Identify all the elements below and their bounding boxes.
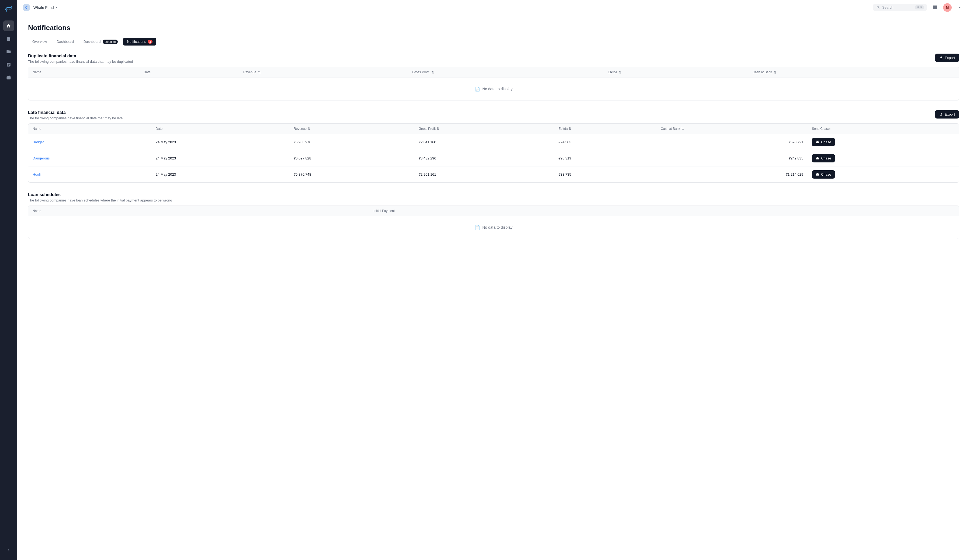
late-section: Late financial data The following compan… (28, 110, 959, 183)
user-avatar[interactable]: M (943, 3, 952, 12)
loan-no-data-cell: 📄 No data to display (28, 216, 959, 238)
th-name-dup: Name (28, 67, 139, 78)
loan-section-info: Loan schedules The following companies h… (28, 192, 172, 202)
cash-late-sort: ⇅ (681, 127, 684, 131)
chase-button-2[interactable]: Chase (812, 170, 835, 178)
cell-cash-1: €242,835 (657, 150, 808, 166)
duplicate-section-info: Duplicate financial data The following c… (28, 53, 133, 63)
cell-ebitda-2: €33,735 (554, 166, 657, 182)
late-table-row: Badger 24 May 2023 €5,900,976 €2,841,160… (28, 134, 959, 150)
company-link-1[interactable]: Dangerous (33, 156, 50, 160)
cell-date-1: 24 May 2023 (152, 150, 289, 166)
duplicate-section-title: Duplicate financial data (28, 53, 133, 58)
cell-chase-2: Chase (808, 166, 959, 182)
duplicate-section: Duplicate financial data The following c… (28, 53, 959, 100)
late-section-info: Late financial data The following compan… (28, 110, 123, 120)
duplicate-table-container: Name Date Revenue ⇅ Gross Profit (28, 67, 959, 100)
search-shortcut: ⌘ K (915, 5, 924, 10)
tab-dashboard-detailed[interactable]: Dashboard Detailed (79, 37, 122, 46)
th-date-late: Date (152, 123, 289, 134)
late-table-container: Name Date Revenue ⇅ Gross Profit (28, 123, 959, 183)
late-table-row: Dangerous 24 May 2023 €6,697,828 €3,432,… (28, 150, 959, 166)
org-avatar: C (23, 4, 30, 11)
sidebar-item-analytics[interactable] (3, 59, 14, 70)
late-section-subtitle: The following companies have financial d… (28, 116, 123, 120)
cell-name-2: Hooli (28, 166, 152, 182)
th-ebitda-dup[interactable]: Ebitda ⇅ (603, 67, 748, 78)
cell-ebitda-0: €24,563 (554, 134, 657, 150)
ebitda-late-sort: ⇅ (568, 127, 571, 131)
cell-gross-profit-0: €2,841,160 (414, 134, 554, 150)
sidebar-expand-button[interactable] (3, 545, 14, 556)
duplicate-table-header-row: Name Date Revenue ⇅ Gross Profit (28, 67, 959, 78)
chase-button-1[interactable]: Chase (812, 154, 835, 162)
th-ebitda-late[interactable]: Ebitda ⇅ (554, 123, 657, 134)
company-link-0[interactable]: Badger (33, 140, 44, 144)
loan-table-container: Name Initial Payment 📄 (28, 205, 959, 239)
topbar: C Whale Fund Search ⌘ K M (17, 0, 970, 15)
loan-section-subtitle: The following companies have loan schedu… (28, 198, 172, 202)
notifications-badge: 3 (148, 40, 153, 43)
ebitda-sort-icon: ⇅ (619, 70, 622, 74)
duplicate-no-data-cell: 📄 No data to display (28, 78, 959, 100)
th-cash-dup[interactable]: Cash at Bank ⇅ (748, 67, 959, 78)
loan-table-header-row: Name Initial Payment (28, 206, 959, 216)
late-table-row: Hooli 24 May 2023 €5,870,748 €2,951,161 … (28, 166, 959, 182)
cell-gross-profit-2: €2,951,161 (414, 166, 554, 182)
cell-date-0: 24 May 2023 (152, 134, 289, 150)
duplicate-no-data-content: 📄 No data to display (37, 87, 950, 92)
tab-dashboard-1[interactable]: Dashboard (52, 37, 78, 46)
th-revenue-dup[interactable]: Revenue ⇅ (239, 67, 408, 78)
th-name-loan: Name (28, 206, 369, 216)
cell-chase-1: Chase (808, 150, 959, 166)
tab-detailed-pill: Detailed (103, 40, 118, 44)
cell-gross-profit-1: €3,432,296 (414, 150, 554, 166)
cell-revenue-1: €6,697,828 (289, 150, 414, 166)
loan-no-data-content: 📄 No data to display (37, 225, 950, 230)
th-gross-profit-dup[interactable]: Gross Profit ⇅ (408, 67, 603, 78)
duplicate-section-subtitle: The following companies have financial d… (28, 60, 133, 63)
no-data-icon-loan: 📄 (475, 225, 480, 230)
cell-ebitda-1: €28,319 (554, 150, 657, 166)
cell-cash-2: €1,214,629 (657, 166, 808, 182)
sidebar-item-home[interactable] (3, 20, 14, 31)
cell-name-0: Badger (28, 134, 152, 150)
svg-point-0 (6, 10, 7, 12)
cell-cash-0: €620,721 (657, 134, 808, 150)
sidebar-item-reports[interactable] (3, 72, 14, 83)
sidebar (0, 0, 17, 560)
org-name-button[interactable]: Whale Fund (33, 5, 58, 10)
th-gross-profit-late[interactable]: Gross Profit ⇅ (414, 123, 554, 134)
chase-button-0[interactable]: Chase (812, 138, 835, 146)
duplicate-export-button[interactable]: Export (935, 53, 959, 62)
company-link-2[interactable]: Hooli (33, 172, 41, 177)
cell-name-1: Dangerous (28, 150, 152, 166)
app-logo[interactable] (4, 4, 13, 14)
th-cash-late[interactable]: Cash at Bank ⇅ (657, 123, 808, 134)
late-table-header-row: Name Date Revenue ⇅ Gross Profit (28, 123, 959, 134)
th-initial-payment: Initial Payment (369, 206, 959, 216)
cell-revenue-0: €5,900,976 (289, 134, 414, 150)
search-bar[interactable]: Search ⌘ K (873, 4, 927, 11)
page-title: Notifications (28, 24, 959, 32)
tab-notifications[interactable]: Notifications 3 (123, 38, 156, 45)
late-export-button[interactable]: Export (935, 110, 959, 118)
duplicate-no-data-row: 📄 No data to display (28, 78, 959, 100)
th-revenue-late[interactable]: Revenue ⇅ (289, 123, 414, 134)
tab-overview[interactable]: Overview (28, 37, 51, 46)
loan-section-title: Loan schedules (28, 192, 172, 197)
duplicate-table: Name Date Revenue ⇅ Gross Profit (28, 67, 959, 100)
sidebar-item-folders[interactable] (3, 46, 14, 57)
loan-section-header: Loan schedules The following companies h… (28, 192, 959, 202)
no-data-icon-dup: 📄 (475, 87, 480, 92)
chat-icon[interactable] (930, 3, 940, 12)
user-menu-chevron[interactable] (955, 3, 965, 12)
revenue-late-sort: ⇅ (307, 127, 310, 131)
th-date-dup: Date (139, 67, 239, 78)
cash-sort-icon: ⇅ (774, 70, 777, 74)
sidebar-item-documents[interactable] (3, 33, 14, 44)
late-section-header: Late financial data The following compan… (28, 110, 959, 120)
loan-section: Loan schedules The following companies h… (28, 192, 959, 239)
cell-chase-0: Chase (808, 134, 959, 150)
gross-profit-sort-icon: ⇅ (432, 70, 434, 74)
